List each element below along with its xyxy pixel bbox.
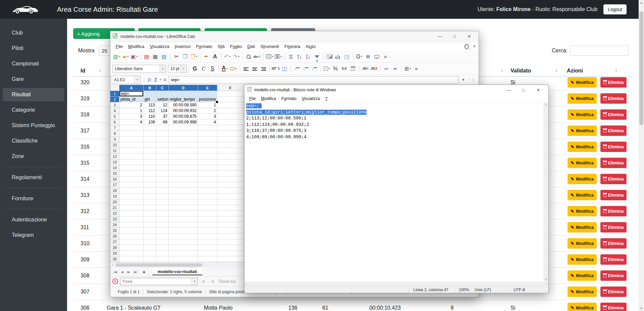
cell-B4[interactable]: 112 [144, 108, 156, 114]
cell-C26[interactable] [156, 234, 169, 239]
cell-C7[interactable] [156, 125, 169, 131]
cell-F3[interactable] [217, 102, 244, 108]
delete-button[interactable]: Elimina [600, 222, 627, 232]
delete-button[interactable]: Elimina [600, 125, 627, 136]
cell-D15[interactable] [169, 171, 198, 176]
cell-F17[interactable] [217, 182, 244, 188]
calc-menu-modifica[interactable]: Modifica [125, 43, 147, 50]
cell-E17[interactable] [198, 182, 217, 188]
cell-E10[interactable] [198, 142, 217, 148]
print-icon[interactable]: ▦ [151, 52, 159, 61]
cell-A30[interactable] [119, 256, 144, 262]
cell-F4[interactable] [217, 108, 244, 114]
cell-A20[interactable] [119, 199, 144, 205]
page-scrollbar[interactable]: ▲ ▼ [639, 0, 644, 311]
add-decimal-icon[interactable]: .00+ [361, 64, 369, 73]
cell-E5[interactable]: 3 [198, 114, 217, 119]
clone-formatting-icon[interactable]: ✒ [202, 52, 210, 61]
find-next-icon[interactable]: ∨ [209, 279, 217, 284]
cell-D11[interactable] [169, 148, 198, 154]
remove-decimal-icon[interactable]: .00✗ [370, 64, 378, 73]
calc-menu-formato[interactable]: Formato [193, 43, 215, 50]
sort-icon[interactable]: ▲▼ [615, 69, 618, 73]
cell-A12[interactable] [119, 154, 144, 159]
cell-B27[interactable] [144, 239, 156, 245]
row-header-25[interactable]: 25 [110, 228, 119, 234]
cell-E20[interactable] [198, 199, 217, 205]
last-sheet-icon[interactable]: ▶| [132, 270, 139, 274]
scroll-right-icon[interactable]: › [546, 282, 547, 286]
row-header-7[interactable]: 7 [110, 125, 119, 131]
more-icon[interactable]: » [381, 52, 389, 61]
row-header-2[interactable]: 2 [110, 97, 119, 102]
notepad-menu-modifica[interactable]: Modifica [258, 96, 279, 102]
delete-button[interactable]: Elimina [600, 270, 627, 281]
more-icon[interactable]: » [412, 64, 420, 73]
sidebar-item-risultati[interactable]: Risultati [3, 88, 64, 101]
cell-D22[interactable] [169, 211, 198, 216]
cell-B29[interactable] [144, 251, 156, 256]
cell-E18[interactable] [198, 188, 217, 194]
notepad-horizontal-scrollbar[interactable]: ‹ › [245, 281, 548, 286]
close-document-icon[interactable]: ✕ [473, 44, 476, 49]
wrap-text-icon[interactable]: ↴ [272, 64, 280, 73]
cell-B3[interactable]: 113 [144, 102, 156, 108]
cell-B19[interactable] [144, 194, 156, 199]
cell-D30[interactable] [169, 256, 198, 262]
edit-button[interactable]: ✎Modifica [568, 77, 597, 88]
grid-corner-box[interactable] [110, 85, 119, 91]
sidebar-item-forniture[interactable]: Forniture [3, 192, 64, 205]
column-header-C[interactable]: C [156, 85, 169, 91]
edit-button[interactable]: ✎Modifica [568, 287, 597, 297]
cell-D21[interactable] [169, 205, 198, 211]
row-header-18[interactable]: 18 [110, 188, 119, 194]
cell-F11[interactable] [217, 148, 244, 154]
sidebar-item-telegram[interactable]: Telegram [3, 228, 64, 242]
cell-F23[interactable] [217, 216, 244, 222]
cell-D8[interactable] [169, 131, 198, 137]
cell-A11[interactable] [119, 148, 144, 154]
row-header-19[interactable]: 19 [110, 194, 119, 199]
column-header-azioni[interactable]: Azioni [567, 68, 583, 74]
edit-button[interactable]: ✎Modifica [568, 238, 597, 249]
cell-A25[interactable] [119, 228, 144, 234]
delete-button[interactable]: Elimina [600, 142, 627, 152]
cell-F22[interactable] [217, 211, 244, 216]
sort-icon[interactable]: ▲▼ [501, 69, 503, 73]
cell-E1[interactable] [198, 91, 217, 97]
cell-B20[interactable] [144, 199, 156, 205]
cell-C20[interactable] [156, 199, 169, 205]
row-header-5[interactable]: 5 [110, 114, 119, 119]
cell-C28[interactable] [156, 245, 169, 251]
cell-C1[interactable] [156, 91, 169, 97]
find-replace-icon[interactable] [245, 52, 253, 61]
align-right-icon[interactable] [259, 64, 267, 73]
cell-E11[interactable] [198, 148, 217, 154]
cell-E21[interactable] [198, 205, 217, 211]
cell-C15[interactable] [156, 171, 169, 176]
first-sheet-icon[interactable]: |◀ [112, 270, 118, 274]
cell-A8[interactable] [119, 131, 144, 137]
cell-D13[interactable] [169, 159, 198, 165]
maximize-icon[interactable]: □ [447, 34, 462, 39]
cell-B1[interactable] [144, 91, 156, 97]
cell-B24[interactable] [144, 222, 156, 228]
notepad-vertical-scrollbar[interactable]: ∧∨ [543, 102, 548, 281]
cell-F16[interactable] [217, 176, 244, 182]
cell-B18[interactable] [144, 188, 156, 194]
calc-menu-finestra[interactable]: Finestra [282, 43, 303, 50]
delete-button[interactable]: Elimina [600, 303, 627, 311]
cell-C4[interactable]: 124 [156, 108, 169, 114]
cell-F21[interactable] [217, 205, 244, 211]
cell-A16[interactable] [119, 176, 144, 182]
cell-D6[interactable]: 00:00:09.999 [169, 119, 198, 125]
close-icon[interactable]: ✕ [531, 88, 546, 93]
minimize-icon[interactable]: — [501, 88, 516, 93]
cell-B2[interactable]: giri [144, 97, 156, 102]
row-header-4[interactable]: 4 [110, 108, 119, 114]
cell-D25[interactable] [169, 228, 198, 234]
italic-icon[interactable]: C [200, 64, 208, 73]
cell-D4[interactable]: 00:00:09.932 [169, 108, 198, 114]
cell-C17[interactable] [156, 182, 169, 188]
cell-F14[interactable] [217, 165, 244, 171]
